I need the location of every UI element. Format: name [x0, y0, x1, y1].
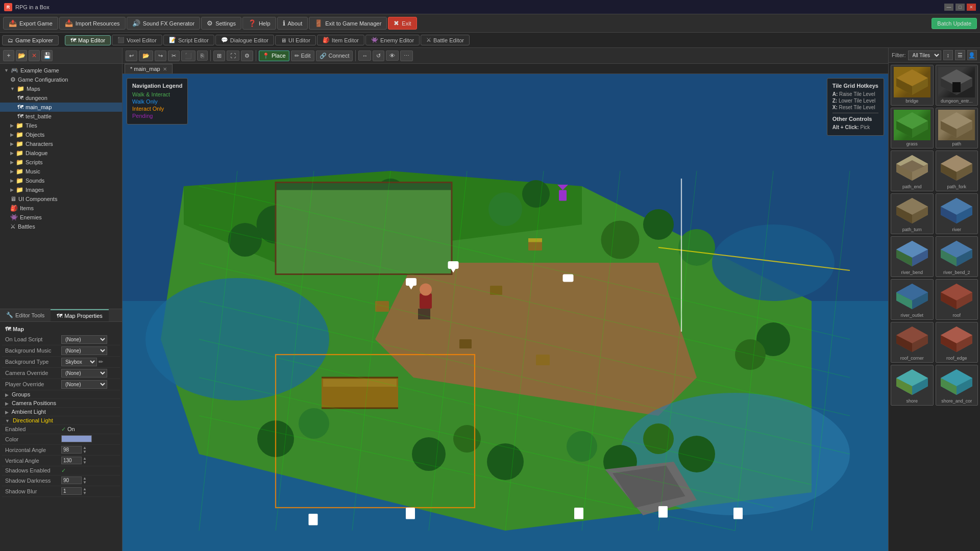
- tile-river-bend[interactable]: river_bend: [891, 236, 934, 277]
- settings-button[interactable]: ⚙ Settings: [201, 17, 241, 30]
- tree-item-tiles[interactable]: ▶ 📁 Tiles: [0, 121, 122, 130]
- horizontal-angle-input[interactable]: [61, 446, 82, 454]
- tile-shore[interactable]: shore: [891, 365, 934, 406]
- prop-ambient-light[interactable]: ▶ Ambient Light: [2, 407, 120, 416]
- tree-item-dialogue[interactable]: ▶ 📁 Dialogue: [0, 148, 122, 158]
- sound-fx-button[interactable]: 🔊 Sound FX Generator: [127, 17, 201, 30]
- new-file-button[interactable]: +: [3, 50, 14, 61]
- background-type-edit-button[interactable]: ✏: [99, 359, 103, 365]
- tree-item-example-game[interactable]: ▼ 🎮 Example Game: [0, 66, 122, 75]
- export-game-button[interactable]: 📤 Export Game: [3, 17, 58, 30]
- tile-river-bend-2[interactable]: river_bend_2: [936, 236, 978, 277]
- tree-item-ui-components[interactable]: 🖥 UI Components: [0, 194, 122, 204]
- prop-directional-light[interactable]: ▼ Directional Light: [2, 416, 120, 424]
- undo-button[interactable]: ↩: [126, 51, 137, 61]
- tree-item-items[interactable]: 🎒 Items: [0, 204, 122, 213]
- refresh-button[interactable]: ↺: [373, 51, 384, 61]
- tab-map-editor[interactable]: 🗺 Map Editor: [65, 35, 111, 45]
- delete-file-button[interactable]: ✕: [29, 50, 40, 61]
- exit-button[interactable]: ✖ Exit: [388, 17, 416, 30]
- shadow-blur-spinner[interactable]: ▲ ▼: [83, 487, 87, 495]
- connect-button[interactable]: 🔗 Connect: [316, 51, 353, 61]
- tile-river[interactable]: river: [936, 193, 978, 234]
- background-music-select[interactable]: (None): [61, 346, 107, 355]
- place-button[interactable]: 📍 Place: [259, 51, 289, 61]
- config-button[interactable]: ⚙: [241, 51, 253, 61]
- tree-item-maps[interactable]: ▼ 📁 Maps: [0, 84, 122, 93]
- tree-item-test-battle[interactable]: 🗺 test_battle: [0, 112, 122, 121]
- camera-override-select[interactable]: (None): [61, 369, 107, 378]
- exit-manager-button[interactable]: 🚪 Exit to Game Manager: [309, 17, 387, 30]
- open-file-button[interactable]: 📂: [16, 50, 27, 61]
- prop-groups[interactable]: ▶ Groups: [2, 390, 120, 398]
- tile-path-turn[interactable]: path_turn: [891, 193, 934, 234]
- tab-voxel-editor[interactable]: ⬛ Voxel Editor: [112, 35, 162, 45]
- shadows-enabled-checkbox[interactable]: ✓: [61, 467, 66, 473]
- player-override-select[interactable]: (None): [61, 380, 107, 389]
- save-file-button[interactable]: 💾: [41, 50, 53, 61]
- redo-button[interactable]: ↪: [155, 51, 166, 61]
- tab-dialogue-editor[interactable]: 💬 Dialogue Editor: [215, 35, 274, 45]
- grid-button[interactable]: ⊞: [213, 51, 225, 61]
- tab-battle-editor[interactable]: ⚔ Battle Editor: [421, 35, 470, 45]
- color-swatch[interactable]: [61, 435, 92, 442]
- tree-item-scripts[interactable]: ▶ 📁 Scripts: [0, 158, 122, 167]
- close-button[interactable]: ✕: [967, 4, 976, 11]
- maximize-button[interactable]: □: [955, 4, 965, 11]
- tree-item-enemies[interactable]: 👾 Enemies: [0, 213, 122, 222]
- vertical-angle-input[interactable]: [61, 457, 82, 464]
- about-button[interactable]: ℹ About: [277, 17, 308, 30]
- filter-sort-button[interactable]: ↕: [943, 50, 953, 60]
- tab-item-editor[interactable]: 🎒 Item Editor: [317, 35, 364, 45]
- import-resources-button[interactable]: 📥 Import Resources: [59, 17, 126, 30]
- vertical-angle-spinner[interactable]: ▲ ▼: [83, 457, 87, 465]
- tab-script-editor[interactable]: 📝 Script Editor: [163, 35, 214, 45]
- fullscreen-button[interactable]: ⛶: [227, 51, 239, 61]
- tab-enemy-editor[interactable]: 👾 Enemy Editor: [365, 35, 420, 45]
- tile-roof-edge[interactable]: roof_edge: [936, 322, 978, 363]
- tile-river-outlet[interactable]: river_outlet: [891, 279, 934, 320]
- tile-bridge[interactable]: bridge: [891, 65, 934, 106]
- tile-roof[interactable]: roof: [936, 279, 978, 320]
- edit-button[interactable]: ✏ Edit: [291, 51, 314, 61]
- filter-select[interactable]: All Tiles: [908, 51, 941, 60]
- filter-user-button[interactable]: 👤: [967, 50, 977, 60]
- tree-item-characters[interactable]: ▶ 📁 Characters: [0, 139, 122, 148]
- on-load-script-select[interactable]: (None): [61, 335, 107, 344]
- tree-item-main-map[interactable]: 🗺 main_map: [0, 103, 122, 112]
- map-viewport[interactable]: Navigation Legend Walk & Interact Walk O…: [122, 74, 888, 551]
- tab-game-explorer[interactable]: 🗂 Game Explorer: [2, 35, 59, 45]
- tree-item-dungeon[interactable]: 🗺 dungeon: [0, 93, 122, 103]
- tile-path-end[interactable]: path_end: [891, 151, 934, 191]
- minimize-button[interactable]: —: [944, 4, 953, 11]
- prop-camera-positions[interactable]: ▶ Camera Positions: [2, 398, 120, 407]
- more-button[interactable]: ⋯: [400, 51, 413, 61]
- tree-item-sounds[interactable]: ▶ 📁 Sounds: [0, 176, 122, 185]
- tile-grass[interactable]: grass: [891, 108, 934, 148]
- tree-item-music[interactable]: ▶ 📁 Music: [0, 167, 122, 176]
- tile-roof-corner[interactable]: roof_corner: [891, 322, 934, 363]
- tree-item-battles[interactable]: ⚔ Battles: [0, 222, 122, 231]
- map-tab-close-button[interactable]: ✕: [163, 66, 167, 72]
- move-button[interactable]: ↔: [358, 51, 371, 61]
- tile-dungeon-entry[interactable]: dungeon_entr...: [936, 65, 978, 106]
- filter-view-button[interactable]: ☰: [955, 50, 965, 60]
- tile-path-fork[interactable]: path_fork: [936, 151, 978, 191]
- tree-item-images[interactable]: ▶ 📁 Images: [0, 185, 122, 194]
- shadow-darkness-input[interactable]: [61, 477, 82, 484]
- help-button[interactable]: ❓ Help: [242, 17, 276, 30]
- batch-update-button[interactable]: Batch Update: [932, 18, 977, 29]
- shadow-blur-input[interactable]: [61, 487, 82, 495]
- tree-item-objects[interactable]: ▶ 📁 Objects: [0, 130, 122, 139]
- map-tab-main-map[interactable]: * main_map ✕: [125, 64, 173, 73]
- background-type-select[interactable]: Skybox None Color: [61, 358, 97, 366]
- tile-shore-and-corner[interactable]: shore_and_cor: [936, 365, 978, 406]
- shadow-darkness-spinner[interactable]: ▲ ▼: [83, 477, 87, 485]
- enabled-checkbox[interactable]: ✓: [61, 426, 66, 432]
- tab-ui-editor[interactable]: 🖥 UI Editor: [275, 35, 316, 45]
- stop-button[interactable]: ⬛: [181, 51, 195, 61]
- tab-map-properties[interactable]: 🗺 Map Properties: [51, 309, 109, 321]
- tile-path[interactable]: path: [936, 108, 978, 148]
- eye-button[interactable]: 👁: [386, 51, 399, 61]
- copy-button[interactable]: ⎘: [197, 51, 208, 61]
